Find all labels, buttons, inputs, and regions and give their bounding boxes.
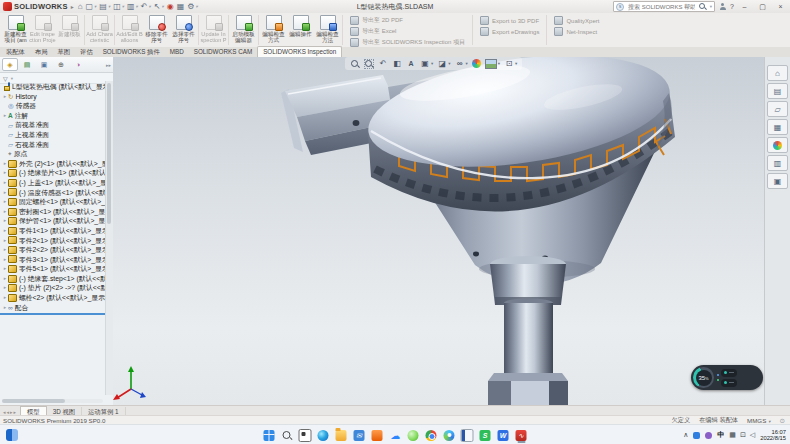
taskbar-cloud-drive-icon[interactable] bbox=[388, 427, 403, 443]
home-icon[interactable]: ⌂ bbox=[78, 2, 83, 11]
previous-view-button[interactable] bbox=[378, 59, 388, 69]
minimize-button[interactable]: – bbox=[737, 1, 752, 12]
taskpane-forum-button[interactable]: ▣ bbox=[767, 173, 788, 189]
tree-splitter-bar[interactable] bbox=[0, 313, 106, 315]
taskpane-appearances-scenes-button[interactable] bbox=[767, 137, 788, 153]
help-button[interactable]: ? bbox=[730, 3, 734, 10]
ribbon-button-edit-methods[interactable]: 编辑检查方式 bbox=[260, 13, 287, 47]
taskpane-custom-properties-button[interactable]: ▥ bbox=[767, 155, 788, 171]
dropdown-caret-icon[interactable]: ▾ bbox=[448, 61, 450, 66]
restore-button[interactable]: ▢ bbox=[755, 1, 770, 12]
options-icon[interactable]: ⚙▾ bbox=[187, 2, 197, 11]
input-grid-icon[interactable]: ▦ bbox=[729, 431, 736, 439]
ribbon-tab-草图[interactable]: 草图 bbox=[52, 47, 75, 57]
taskbar-app-green-icon[interactable] bbox=[406, 427, 421, 443]
panel-tab-property-manager[interactable]: ▤ bbox=[19, 58, 35, 71]
help-search-box[interactable]: S ▾ bbox=[613, 1, 715, 12]
tree-item[interactable]: ▸零件2<1> (默认<<默认>_显示状 bbox=[0, 236, 106, 246]
badge-toggle-icon[interactable] bbox=[721, 369, 737, 377]
search-input[interactable] bbox=[626, 3, 697, 11]
ribbon-button-edit-operations[interactable]: 编辑操作 bbox=[287, 13, 314, 47]
overlay-badge[interactable]: 35% bbox=[691, 365, 763, 390]
tree-item[interactable]: ▸螺栓<2> (默认<<默认>_显示状态 bbox=[0, 293, 106, 303]
zoom-fit-button[interactable] bbox=[350, 59, 360, 69]
panel-tab-configuration-manager[interactable]: ▣ bbox=[36, 58, 52, 71]
taskbar-app-orange-icon[interactable] bbox=[370, 427, 385, 443]
tree-item[interactable]: ▸(-) 上盖<1> (默认<<默认>_显示状 bbox=[0, 178, 106, 188]
taskbar-solidworks-active-icon[interactable] bbox=[514, 427, 529, 443]
tree-item[interactable]: ▸固定螺栓<1> (默认<<默认>_显示 bbox=[0, 197, 106, 207]
panel-tabs-overflow-icon[interactable]: ▸▸ bbox=[106, 62, 111, 68]
export-item[interactable]: 导出至 SOLIDWORKS Inspection 项目 bbox=[350, 38, 465, 47]
export-item[interactable]: Net-Inspect bbox=[554, 27, 599, 36]
tree-item[interactable]: ◎传感器 bbox=[0, 101, 106, 111]
print-icon[interactable]: ▥▾ bbox=[127, 2, 138, 11]
ribbon-tab-评估[interactable]: 评估 bbox=[75, 47, 98, 57]
taskbar-clock[interactable]: 16:07 2022/8/15 bbox=[760, 429, 786, 442]
taskpane-solidworks-resources-button[interactable]: ⌂ bbox=[767, 65, 788, 81]
display-connect-icon[interactable]: ⊡ bbox=[740, 431, 746, 439]
tree-horizontal-scrollbar[interactable] bbox=[2, 399, 103, 403]
dropdown-caret-icon[interactable]: ▾ bbox=[162, 4, 164, 9]
protection-tube[interactable] bbox=[504, 299, 553, 384]
tree-item[interactable]: ▸密封圈<1> (默认<<默认>_显示状 bbox=[0, 207, 106, 217]
tree-vertical-scrollbar[interactable] bbox=[105, 81, 113, 395]
scroll-thumb[interactable] bbox=[107, 83, 111, 224]
export-item[interactable]: QualityXpert bbox=[554, 16, 599, 25]
tree-item[interactable]: ▸(-) 垫片 (2)<2> ->? (默认<<默认> bbox=[0, 283, 106, 293]
hide-show-items-button[interactable]: ▾ bbox=[455, 59, 468, 69]
annotation-views-button[interactable] bbox=[406, 59, 416, 69]
status-item-2[interactable]: MMGS▾ bbox=[747, 417, 771, 424]
tree-item[interactable]: ▸↻History bbox=[0, 92, 106, 102]
open-icon[interactable]: ▤▾ bbox=[99, 2, 110, 11]
section-view-button[interactable] bbox=[392, 59, 402, 69]
tree-item[interactable]: ▱上视基准面 bbox=[0, 130, 106, 140]
dropdown-caret-icon[interactable]: ▾ bbox=[94, 4, 96, 9]
widgets-icon[interactable] bbox=[6, 429, 18, 441]
zoom-area-button[interactable] bbox=[364, 59, 374, 69]
tree-item[interactable]: ▸(-) 绝缘套.step<1> (默认<<默认> bbox=[0, 274, 106, 284]
rebuild-icon[interactable]: ◉ bbox=[167, 2, 174, 11]
ribbon-button-remove-balloons[interactable]: 移除零件序号 bbox=[143, 13, 170, 47]
dropdown-caret-icon[interactable]: ▾ bbox=[431, 61, 433, 66]
tree-item[interactable]: ▸零件5<1> (默认<<默认>_显示状态 bbox=[0, 264, 106, 274]
edit-appearance-button[interactable] bbox=[472, 59, 481, 68]
ribbon-button-edit-project[interactable]: Edit Inspection Project bbox=[29, 13, 56, 47]
tree-item[interactable]: ▸(-) 绝缘垫片<1> (默认<<默认>_显 bbox=[0, 168, 106, 178]
tree-item[interactable]: ▸外壳 (2)<1> (默认<<默认>_显示状 bbox=[0, 159, 106, 169]
export-item[interactable]: Export eDrawings bbox=[480, 27, 539, 36]
tray-app-purple-icon[interactable] bbox=[705, 432, 712, 439]
panel-tab-dimxpert-manager[interactable]: ⊕ bbox=[53, 58, 69, 71]
save-icon[interactable]: ◫▾ bbox=[113, 2, 124, 11]
tree-root-item[interactable]: L型铠装热电偶 (默认<默认_显示状态-1 bbox=[0, 82, 106, 92]
taskbar-mail-icon[interactable] bbox=[352, 427, 367, 443]
ribbon-button-balloons[interactable]: Add/Edit Balloons bbox=[116, 13, 143, 47]
ribbon-tab-SOLIDWORKS 插件[interactable]: SOLIDWORKS 插件 bbox=[98, 47, 165, 57]
ribbon-button-template-editor[interactable]: 启动模板编辑器 bbox=[230, 13, 257, 47]
taskbar-browser-icon[interactable] bbox=[442, 427, 457, 443]
taskbar-app-s-green-icon[interactable] bbox=[478, 427, 493, 443]
export-item[interactable]: 导出至 2D PDF bbox=[350, 16, 465, 25]
scroll-thumb[interactable] bbox=[2, 399, 65, 403]
dropdown-caret-icon[interactable]: ▾ bbox=[196, 4, 198, 9]
tree-item[interactable]: ▱右视基准面 bbox=[0, 140, 106, 150]
dropdown-caret-icon[interactable]: ▾ bbox=[149, 4, 151, 9]
collar[interactable] bbox=[479, 256, 595, 305]
ribbon-tab-SOLIDWORKS CAM[interactable]: SOLIDWORKS CAM bbox=[189, 47, 257, 57]
ribbon-button-add-characteristic[interactable]: Add Characteristic bbox=[86, 13, 113, 47]
dropdown-caret-icon[interactable]: ▾ bbox=[108, 4, 110, 9]
dropdown-caret-icon[interactable]: ▾ bbox=[515, 61, 517, 66]
ribbon-tab-装配体[interactable]: 装配体 bbox=[1, 47, 30, 57]
tree-item[interactable]: ▸∞配合 bbox=[0, 303, 106, 313]
tray-app-blue-icon[interactable] bbox=[693, 432, 700, 439]
graphics-viewport[interactable]: ▾▾▾▾▾ 35% bbox=[113, 57, 765, 405]
export-item[interactable]: 导出至 Excel bbox=[350, 27, 465, 36]
taskbar-search-icon[interactable] bbox=[280, 427, 295, 443]
panel-tab-display-manager[interactable]: ◑ bbox=[70, 58, 86, 71]
dropdown-caret-icon[interactable]: ▾ bbox=[122, 4, 124, 9]
ribbon-button-update-project[interactable]: Update Inspection Project bbox=[200, 13, 227, 47]
ribbon-tab-布局[interactable]: 布局 bbox=[30, 47, 53, 57]
tree-item[interactable]: ▸(-) 温度传感器<1> (默认<<默认>_ bbox=[0, 188, 106, 198]
taskbar-task-view-icon[interactable] bbox=[298, 427, 313, 443]
display-style-button[interactable]: ▾ bbox=[437, 59, 450, 69]
